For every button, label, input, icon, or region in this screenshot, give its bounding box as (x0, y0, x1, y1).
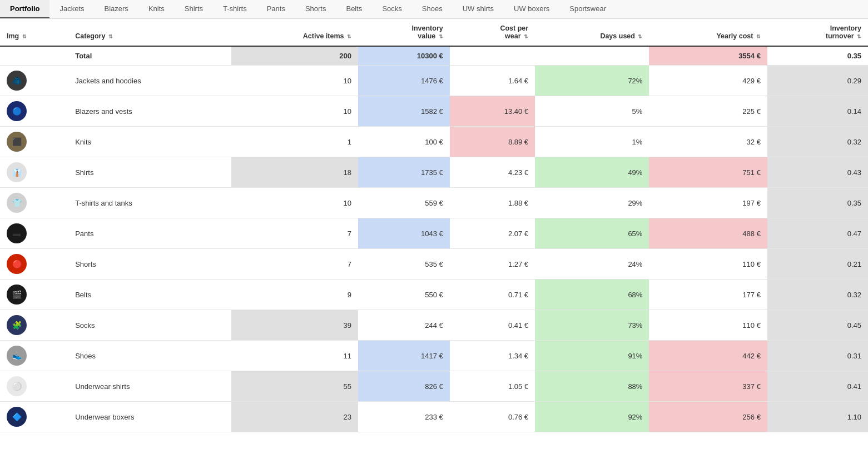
cat-img-cell-tshirts: 👕 (0, 188, 68, 218)
days-used-tshirts: 29% (535, 188, 649, 218)
active-items-belts: 9 (231, 280, 358, 310)
col-header-img[interactable]: Img ⇅ (0, 19, 68, 46)
active-items-uw-boxers: 23 (231, 402, 358, 432)
cat-name-knits: Knits (68, 127, 231, 157)
col-header-days_used[interactable]: Days used ⇅ (535, 19, 649, 46)
col-header-inventory_value[interactable]: Inventoryvalue ⇅ (358, 19, 450, 46)
table-row-belts: 🎬Belts9550 €0.71 €68%177 €0.32 (0, 280, 868, 310)
cat-name-pants: Pants (68, 218, 231, 249)
nav-tab-tshirts[interactable]: T-shirts (213, 0, 257, 18)
inventory-turnover-uw-shirts: 0.41 (767, 371, 868, 402)
yearly-cost-blazers: 225 € (649, 96, 767, 127)
days-used-shirts: 49% (535, 157, 649, 188)
cost-per-wear-uw-boxers: 0.76 € (450, 402, 535, 432)
days-used-socks: 73% (535, 310, 649, 341)
inventory-value-knits: 100 € (358, 127, 450, 157)
active-items-knits: 1 (231, 127, 358, 157)
table-row-blazers: 🔵Blazers and vests101582 €13.40 €5%225 €… (0, 96, 868, 127)
portfolio-table: Img ⇅Category ⇅Active items ⇅Inventoryva… (0, 19, 868, 432)
total-cell-7: 0.35 (767, 46, 868, 66)
total-cell-6: 3554 € (649, 46, 767, 66)
col-header-inventory_turnover[interactable]: Inventoryturnover ⇅ (767, 19, 868, 46)
yearly-cost-shirts: 751 € (649, 157, 767, 188)
nav-tab-belts[interactable]: Belts (336, 0, 372, 18)
cost-per-wear-shoes: 1.34 € (450, 341, 535, 371)
sort-icon-category: ⇅ (108, 34, 113, 39)
nav-tab-socks[interactable]: Socks (372, 0, 411, 18)
inventory-value-jackets: 1476 € (358, 66, 450, 96)
table-row-knits: ⬛Knits1100 €8.89 €1%32 €0.32 (0, 127, 868, 157)
inventory-turnover-shorts: 0.21 (767, 249, 868, 280)
total-cell-3: 10300 € (358, 46, 450, 66)
active-items-tshirts: 10 (231, 188, 358, 218)
cat-img-cell-uw-boxers: 🔷 (0, 402, 68, 432)
nav-tab-uw-shirts[interactable]: UW shirts (453, 0, 504, 18)
days-used-pants: 65% (535, 218, 649, 249)
yearly-cost-jackets: 429 € (649, 66, 767, 96)
yearly-cost-shoes: 442 € (649, 341, 767, 371)
nav-tab-jackets[interactable]: Jackets (49, 0, 94, 18)
nav-tab-uw-boxers[interactable]: UW boxers (504, 0, 559, 18)
sort-icon-active_items: ⇅ (347, 34, 351, 39)
days-used-shorts: 24% (535, 249, 649, 280)
inventory-value-belts: 550 € (358, 280, 450, 310)
active-items-shirts: 18 (231, 157, 358, 188)
total-cell-4 (450, 46, 535, 66)
cost-per-wear-pants: 2.07 € (450, 218, 535, 249)
nav-tab-blazers[interactable]: Blazers (95, 0, 138, 18)
cost-per-wear-tshirts: 1.88 € (450, 188, 535, 218)
sort-icon-yearly_cost: ⇅ (756, 34, 761, 39)
nav-tab-pants[interactable]: Pants (257, 0, 295, 18)
cat-img-cell-shorts: 🔴 (0, 249, 68, 280)
days-used-uw-shirts: 88% (535, 371, 649, 402)
table-row-socks: 🧩Socks39244 €0.41 €73%110 €0.45 (0, 310, 868, 341)
inventory-turnover-socks: 0.45 (767, 310, 868, 341)
nav-tab-shoes[interactable]: Shoes (412, 0, 453, 18)
inventory-value-shorts: 535 € (358, 249, 450, 280)
inventory-value-pants: 1043 € (358, 218, 450, 249)
nav-tab-knits[interactable]: Knits (138, 0, 175, 18)
inventory-value-socks: 244 € (358, 310, 450, 341)
yearly-cost-shorts: 110 € (649, 249, 767, 280)
total-cell-2: 200 (231, 46, 358, 66)
cost-per-wear-shorts: 1.27 € (450, 249, 535, 280)
cat-img-cell-jackets: 🧥 (0, 66, 68, 96)
cat-name-uw-shirts: Underwear shirts (68, 371, 231, 402)
days-used-belts: 68% (535, 280, 649, 310)
inventory-turnover-jackets: 0.29 (767, 66, 868, 96)
yearly-cost-socks: 110 € (649, 310, 767, 341)
cat-name-socks: Socks (68, 310, 231, 341)
cat-img-cell-shirts: 👔 (0, 157, 68, 188)
cat-name-jackets: Jackets and hoodies (68, 66, 231, 96)
cat-name-belts: Belts (68, 280, 231, 310)
cat-name-shirts: Shirts (68, 157, 231, 188)
inventory-turnover-blazers: 0.14 (767, 96, 868, 127)
sort-icon-cost_per_wear: ⇅ (524, 34, 528, 39)
nav-tabs: PortfolioJacketsBlazersKnitsShirtsT-shir… (0, 0, 868, 19)
cat-img-cell-knits: ⬛ (0, 127, 68, 157)
total-cell-5 (535, 46, 649, 66)
sort-icon-inventory_value: ⇅ (439, 34, 443, 39)
nav-tab-portfolio[interactable]: Portfolio (0, 0, 49, 18)
yearly-cost-belts: 177 € (649, 280, 767, 310)
cat-name-shorts: Shorts (68, 249, 231, 280)
cost-per-wear-uw-shirts: 1.05 € (450, 371, 535, 402)
nav-tab-sportswear[interactable]: Sportswear (559, 0, 616, 18)
nav-tab-shirts[interactable]: Shirts (175, 0, 213, 18)
cat-img-cell-shoes: 👟 (0, 341, 68, 371)
table-row-pants: ▬Pants71043 €2.07 €65%488 €0.47 (0, 218, 868, 249)
cost-per-wear-shirts: 4.23 € (450, 157, 535, 188)
inventory-value-blazers: 1582 € (358, 96, 450, 127)
nav-tab-shorts[interactable]: Shorts (295, 0, 336, 18)
col-header-category[interactable]: Category ⇅ (68, 19, 231, 46)
days-used-knits: 1% (535, 127, 649, 157)
col-header-yearly_cost[interactable]: Yearly cost ⇅ (649, 19, 767, 46)
table-row-uw-boxers: 🔷Underwear boxers23233 €0.76 €92%256 €1.… (0, 402, 868, 432)
cost-per-wear-blazers: 13.40 € (450, 96, 535, 127)
table-row-shorts: 🔴Shorts7535 €1.27 €24%110 €0.21 (0, 249, 868, 280)
inventory-turnover-belts: 0.32 (767, 280, 868, 310)
active-items-pants: 7 (231, 218, 358, 249)
col-header-active_items[interactable]: Active items ⇅ (231, 19, 358, 46)
col-header-cost_per_wear[interactable]: Cost perwear ⇅ (450, 19, 535, 46)
cat-img-cell-socks: 🧩 (0, 310, 68, 341)
